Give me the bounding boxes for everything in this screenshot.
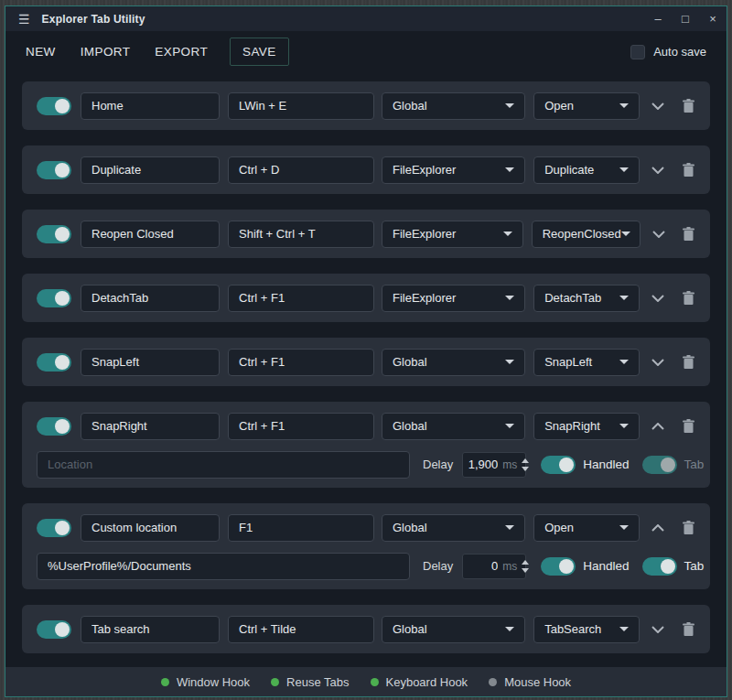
- trash-icon[interactable]: [677, 286, 700, 310]
- hotkey-input[interactable]: [228, 616, 374, 643]
- action-value: TabSearch: [544, 622, 601, 636]
- location-input[interactable]: [37, 451, 410, 479]
- maximize-icon[interactable]: □: [672, 6, 699, 31]
- handled-toggle[interactable]: [541, 557, 576, 576]
- expand-chevron-down-icon[interactable]: [647, 94, 670, 118]
- trash-icon[interactable]: [677, 158, 700, 182]
- status-dot-icon: [271, 678, 279, 686]
- tab-toggle[interactable]: [642, 456, 677, 474]
- expand-chevron-down-icon[interactable]: [647, 158, 670, 182]
- delay-value-input[interactable]: [467, 559, 498, 573]
- scope-dropdown[interactable]: Global: [382, 349, 525, 376]
- action-dropdown[interactable]: DetachTab: [533, 285, 640, 312]
- dropdown-caret-icon: [621, 232, 630, 236]
- location-input[interactable]: [37, 553, 410, 580]
- action-value: DetachTab: [544, 291, 601, 305]
- new-button[interactable]: NEW: [26, 38, 56, 65]
- scope-dropdown[interactable]: Global: [382, 616, 525, 643]
- trash-icon[interactable]: [677, 618, 700, 641]
- export-button[interactable]: EXPORT: [155, 38, 208, 65]
- enabled-toggle[interactable]: [37, 353, 71, 372]
- expand-chevron-down-icon[interactable]: [647, 350, 670, 374]
- action-dropdown[interactable]: TabSearch: [533, 616, 640, 643]
- dropdown-caret-icon: [505, 525, 514, 530]
- handled-toggle[interactable]: [541, 456, 576, 474]
- window-title: Explorer Tab Utility: [42, 13, 145, 26]
- enabled-toggle[interactable]: [37, 97, 71, 115]
- hotkey-input[interactable]: [228, 413, 374, 440]
- save-button[interactable]: SAVE: [230, 38, 289, 66]
- tab-label: Tab: [684, 559, 705, 573]
- hotkey-row: FileExplorer Duplicate: [22, 145, 710, 194]
- import-button[interactable]: IMPORT: [81, 38, 131, 65]
- action-dropdown[interactable]: SnapLeft: [533, 349, 640, 376]
- hotkey-input[interactable]: [228, 92, 374, 120]
- hotkey-input[interactable]: [228, 285, 374, 312]
- scope-dropdown[interactable]: FileExplorer: [382, 221, 523, 248]
- action-dropdown[interactable]: Open: [533, 514, 640, 542]
- name-input[interactable]: [81, 156, 220, 184]
- scope-dropdown[interactable]: Global: [382, 413, 525, 440]
- name-input[interactable]: [81, 92, 220, 120]
- expand-chevron-down-icon[interactable]: [648, 222, 671, 246]
- action-value: Open: [544, 521, 574, 534]
- delay-spinner[interactable]: ms: [462, 554, 526, 579]
- name-input[interactable]: [81, 616, 220, 643]
- tab-toggle[interactable]: [642, 557, 677, 576]
- enabled-toggle[interactable]: [37, 289, 71, 307]
- delay-spinner[interactable]: ms: [462, 452, 526, 478]
- scope-value: Global: [393, 99, 427, 113]
- action-value: SnapRight: [544, 419, 600, 433]
- action-dropdown[interactable]: ReopenClosed: [532, 221, 640, 248]
- spinner-arrows-icon[interactable]: [522, 560, 529, 573]
- hotkey-input[interactable]: [228, 221, 374, 248]
- trash-icon[interactable]: [677, 516, 700, 540]
- expand-chevron-down-icon[interactable]: [647, 286, 670, 310]
- dropdown-caret-icon: [619, 424, 629, 428]
- trash-icon[interactable]: [677, 94, 700, 118]
- hamburger-menu-icon[interactable]: ☰: [18, 13, 30, 26]
- hotkey-input[interactable]: [228, 156, 374, 184]
- dropdown-caret-icon: [503, 232, 512, 236]
- handled-label: Handled: [583, 559, 629, 573]
- auto-save-group: Auto save: [630, 45, 706, 59]
- trash-icon[interactable]: [677, 415, 700, 438]
- enabled-toggle[interactable]: [37, 417, 71, 436]
- minimize-icon[interactable]: –: [644, 6, 672, 31]
- collapse-chevron-up-icon[interactable]: [647, 516, 670, 540]
- scope-dropdown[interactable]: FileExplorer: [382, 156, 525, 184]
- name-input[interactable]: [81, 221, 220, 248]
- action-dropdown[interactable]: Duplicate: [533, 156, 640, 184]
- scope-dropdown[interactable]: Global: [382, 514, 525, 542]
- hotkey-input[interactable]: [228, 514, 374, 542]
- trash-icon[interactable]: [677, 350, 700, 374]
- scope-value: FileExplorer: [393, 163, 456, 177]
- name-input[interactable]: [81, 349, 220, 376]
- delay-value-input[interactable]: [467, 458, 498, 471]
- enabled-toggle[interactable]: [37, 519, 71, 537]
- enabled-toggle[interactable]: [37, 225, 71, 243]
- scope-dropdown[interactable]: FileExplorer: [382, 285, 525, 312]
- expand-chevron-down-icon[interactable]: [647, 618, 670, 641]
- status-label: Reuse Tabs: [286, 675, 349, 689]
- hotkey-input[interactable]: [228, 349, 374, 376]
- collapse-chevron-up-icon[interactable]: [647, 415, 670, 438]
- action-dropdown[interactable]: SnapRight: [533, 413, 640, 440]
- dropdown-caret-icon: [619, 296, 629, 300]
- action-value: SnapLeft: [544, 355, 592, 369]
- trash-icon[interactable]: [677, 222, 700, 246]
- close-icon[interactable]: ×: [699, 6, 727, 31]
- name-input[interactable]: [81, 285, 220, 312]
- status-label: Window Hook: [177, 675, 250, 689]
- action-dropdown[interactable]: Open: [533, 92, 640, 120]
- scope-dropdown[interactable]: Global: [382, 92, 525, 120]
- spinner-arrows-icon[interactable]: [522, 458, 529, 471]
- delay-label: Delay: [423, 458, 453, 471]
- name-input[interactable]: [81, 413, 220, 440]
- scope-value: Global: [393, 355, 427, 369]
- dropdown-caret-icon: [505, 103, 514, 108]
- enabled-toggle[interactable]: [37, 620, 71, 639]
- auto-save-checkbox[interactable]: [630, 45, 645, 59]
- name-input[interactable]: [81, 514, 220, 542]
- enabled-toggle[interactable]: [37, 161, 71, 179]
